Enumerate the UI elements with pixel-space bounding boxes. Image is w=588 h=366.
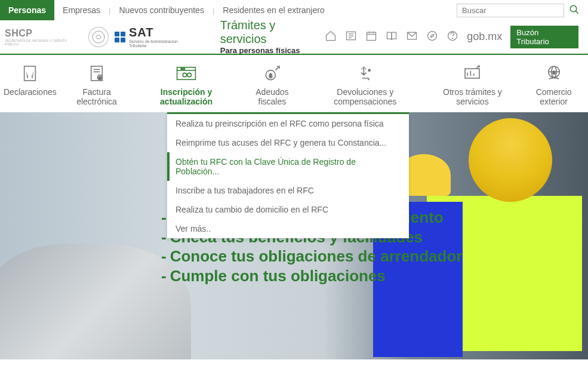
svg-point-26 [181,68,183,70]
search-container [457,3,588,18]
header-title: Trámites y servicios Para personas físic… [220,19,325,55]
sat-text: SAT [129,26,196,39]
home-icon[interactable] [325,30,337,44]
top-nav: Personas Empresas | Nuevos contribuyente… [0,0,588,20]
tab-devoluciones-compensaciones[interactable]: Devoluciones y compensaciones [305,61,425,112]
svg-marker-13 [431,34,434,37]
header: SHCP SECRETARÍA DE HACIENDA Y CRÉDITO PÚ… [0,20,588,54]
svg-point-29 [187,73,191,76]
hero-worker-helmet [469,118,552,202]
svg-point-32 [368,69,370,71]
svg-point-27 [183,68,185,70]
dd-preinscripcion-rfc[interactable]: Realiza tu preinscripción en el RFC como… [167,114,409,133]
gobmx-link[interactable]: gob.mx [467,30,502,43]
otros-icon [429,63,516,84]
dd-cambio-domicilio[interactable]: Realiza tu cambio de domicilio en el RFC [167,200,409,219]
factura-icon: @ [64,63,130,84]
mail-icon[interactable] [406,30,418,44]
tab-inscripcion-actualizacion[interactable]: Inscripción y actualización [133,61,239,112]
page-subtitle: Para personas físicas [220,46,325,55]
search-button[interactable] [568,3,581,18]
dd-reimprime-acuses[interactable]: Reimprime tus acuses del RFC y genera tu… [167,133,409,152]
mexico-seal-icon [88,27,109,47]
hero-line-4[interactable]: -Cumple con tus obligaciones [161,266,462,286]
tab-adeudos-fiscales[interactable]: $ Adeudos fiscales [239,61,305,112]
svg-point-15 [452,38,453,38]
search-icon [569,4,580,15]
svg-point-12 [428,31,437,40]
search-input[interactable] [457,4,564,17]
news-icon[interactable] [345,30,357,44]
dropdown-inscripcion: Realiza tu preinscripción en el RFC como… [167,112,409,238]
comercio-icon: $ [523,63,584,84]
service-tabs: Declaraciones @ Factura electrónica Insc… [0,55,588,112]
svg-text:$: $ [552,70,555,75]
tab-label: Comercio exterior [523,87,584,106]
tab-label: Inscripción y actualización [137,87,235,106]
tab-label: Factura electrónica [64,87,130,106]
dd-ver-mas[interactable]: Ver más.. [167,219,409,238]
shcp-subtitle: SECRETARÍA DE HACIENDA Y CRÉDITO PÚBLICO [5,39,82,46]
svg-line-1 [575,11,578,14]
svg-text:@: @ [98,76,101,79]
svg-rect-7 [367,32,376,40]
svg-point-0 [570,5,577,12]
topnav-empresas[interactable]: Empresas [54,0,109,20]
svg-text:$: $ [269,73,273,79]
declaraciones-icon [4,63,57,84]
sat-subtitle: Servicio de Administración Tributaria [129,39,196,48]
tab-otros-tramites[interactable]: Otros trámites y servicios [425,61,519,112]
sat-logo: SAT Servicio de Administración Tributari… [115,26,196,48]
tab-label: Devoluciones y compensaciones [309,87,421,106]
logo-block: SHCP SECRETARÍA DE HACIENDA Y CRÉDITO PÚ… [5,26,196,48]
dd-inscribe-trabajadores[interactable]: Inscribe a tus trabajadores en el RFC [167,181,409,200]
shcp-text: SHCP [5,28,82,39]
topnav-personas[interactable]: Personas [0,0,54,20]
sat-squares-icon [115,32,125,42]
devoluciones-icon [309,63,421,84]
shcp-logo: SHCP SECRETARÍA DE HACIENDA Y CRÉDITO PÚ… [5,28,82,46]
header-icons: gob.mx Buzón Tributario [325,26,578,48]
compass-icon[interactable] [426,30,438,44]
inscripcion-icon [137,63,235,84]
calendar-icon[interactable] [365,30,377,44]
topnav-nuevos-contribuyentes[interactable]: Nuevos contribuyentes [110,0,212,20]
tab-label: Declaraciones [4,87,57,97]
page-title: Trámites y servicios [220,19,325,46]
adeudos-icon: $ [243,63,301,84]
tab-label: Adeudos fiscales [243,87,301,106]
tab-label: Otros trámites y servicios [429,87,516,106]
help-icon[interactable] [447,30,458,44]
svg-rect-16 [24,66,36,81]
hero-line-3[interactable]: -Conoce tus obligaciones de arrendador [161,247,462,266]
topnav-residentes-extranjero[interactable]: Residentes en el extranjero [214,0,333,20]
tab-declaraciones[interactable]: Declaraciones [0,61,60,112]
tab-factura-electronica[interactable]: @ Factura electrónica [60,61,134,112]
dd-obtencion-rfc-curp[interactable]: Obtén tu RFC con la Clave Única de Regis… [167,152,409,181]
tab-comercio-exterior[interactable]: $ Comercio exterior [519,61,588,112]
buzon-tributario-button[interactable]: Buzón Tributario [510,26,578,48]
svg-point-28 [183,73,186,76]
svg-point-2 [93,31,104,43]
book-icon[interactable] [386,30,398,44]
